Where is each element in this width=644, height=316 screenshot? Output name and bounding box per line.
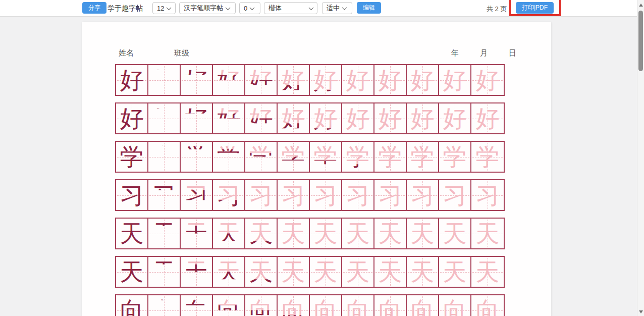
- stroke-progress-light: 向: [278, 295, 309, 316]
- chevron-down-icon: [226, 5, 231, 10]
- grid-cell: 好: [407, 65, 439, 95]
- density-select[interactable]: 适中: [322, 2, 352, 14]
- page-count: 共 2 页: [487, 5, 507, 14]
- grid-cell: 习: [439, 180, 471, 210]
- trace-character: 学: [407, 142, 438, 172]
- grid-cell: 天: [116, 257, 148, 287]
- model-character: 学: [116, 142, 147, 172]
- print-pdf-button[interactable]: 打印|PDF: [516, 2, 554, 14]
- grid-cell: 好: [407, 103, 439, 133]
- font-family-select[interactable]: 楷体: [264, 2, 317, 14]
- trace-character: 好: [439, 65, 470, 95]
- grid-cell: 习: [471, 180, 504, 210]
- grid-cell: 天: [439, 257, 471, 287]
- offset-value: 0: [244, 5, 247, 12]
- trace-character: 天: [407, 219, 438, 248]
- grid-cell: 好好: [278, 65, 310, 95]
- trace-character: 天: [278, 219, 309, 248]
- trace-character: 天: [439, 257, 470, 287]
- day-label: 日: [509, 48, 516, 58]
- sheet-type-select[interactable]: 汉字笔顺字帖: [179, 2, 236, 14]
- grid-cell: 学: [116, 142, 148, 172]
- vertical-scrollbar[interactable]: [637, 0, 644, 316]
- trace-character: 向: [407, 295, 438, 316]
- trace-character: 习: [439, 180, 470, 210]
- font-size-value: 12: [157, 5, 164, 12]
- trace-character: 天: [439, 219, 470, 248]
- model-character: 习: [116, 180, 147, 210]
- trace-character: 习: [374, 180, 406, 210]
- grid-cell: 好: [439, 65, 471, 95]
- trace-character: 学: [471, 142, 504, 172]
- trace-character: 习: [278, 180, 309, 210]
- trace-character: 天: [471, 257, 504, 287]
- trace-character: 习: [407, 180, 438, 210]
- model-character: 天: [116, 219, 147, 248]
- model-character: 好: [116, 65, 147, 95]
- grid-cell: 习: [374, 180, 407, 210]
- grid-cell: 天天: [181, 219, 213, 248]
- stroke-progress-light: 好: [181, 103, 212, 133]
- grid-cell: 好好: [181, 103, 213, 133]
- grid-cell: 向: [439, 295, 471, 316]
- stroke-progress-light: 学: [374, 142, 406, 172]
- class-label: 班级: [174, 48, 189, 58]
- grid-cell: 学学: [310, 142, 342, 172]
- trace-character: 好: [471, 65, 504, 95]
- grid-cell: 天: [407, 219, 439, 248]
- trace-character: 天: [278, 257, 309, 287]
- grid-cell: 学学: [278, 142, 310, 172]
- trace-character: 好: [374, 65, 406, 95]
- trace-character: 天: [471, 219, 504, 248]
- grid-cell: 天: [116, 219, 148, 248]
- month-label: 月: [480, 48, 488, 58]
- grid-cell: 天天: [213, 257, 245, 287]
- edit-button[interactable]: 编辑: [357, 2, 381, 14]
- grid-cell: 天天: [148, 219, 181, 248]
- grid-cell: 好好: [310, 103, 342, 133]
- trace-character: 好: [407, 65, 438, 95]
- grid-cell: 好: [471, 103, 504, 133]
- year-label: 年: [451, 48, 459, 58]
- font-size-select[interactable]: 12: [152, 2, 176, 14]
- density-value: 适中: [327, 4, 340, 13]
- trace-character: 好: [439, 103, 470, 133]
- font-family-value: 楷体: [269, 4, 282, 13]
- stroke-progress-light: 天: [181, 257, 212, 287]
- grid-cell: 好: [342, 103, 374, 133]
- current-stroke: 学: [148, 142, 180, 172]
- grid-cell: 天天: [181, 257, 213, 287]
- share-button[interactable]: 分享: [82, 2, 106, 14]
- grid-cell: 天: [342, 257, 374, 287]
- grid-cell: 天: [471, 257, 504, 287]
- offset-select[interactable]: 0: [239, 2, 260, 14]
- grid-cell: 天: [278, 219, 310, 248]
- grid-cell: 天: [342, 219, 374, 248]
- current-stroke: 天: [148, 257, 180, 287]
- grid-cell: 好好: [213, 65, 245, 95]
- grid-cell: 学学: [181, 142, 213, 172]
- grid-cell: 好: [374, 103, 407, 133]
- scroll-down-icon[interactable]: [639, 310, 643, 313]
- model-character: 好: [116, 103, 147, 133]
- grid-cell: 好: [116, 103, 148, 133]
- grid-cell: 学学: [148, 142, 181, 172]
- grid-cell: 向向: [278, 295, 310, 316]
- scrollbar-thumb[interactable]: [638, 11, 643, 71]
- trace-character: 向: [471, 295, 504, 316]
- grid-cell: 好: [439, 103, 471, 133]
- chevron-down-icon: [250, 5, 255, 10]
- grid-cell: 学: [439, 142, 471, 172]
- trace-character: 向: [374, 295, 406, 316]
- grid-cell: 学学: [213, 142, 245, 172]
- grid-cell: 习习: [148, 180, 181, 210]
- grid-cell: 学学: [245, 142, 278, 172]
- trace-character: 习: [310, 180, 341, 210]
- grid-cell: 好: [374, 65, 407, 95]
- scroll-up-icon[interactable]: [639, 4, 643, 7]
- worksheet-row: 学学学学学学学学学学学学学学学学学学学学: [115, 141, 505, 173]
- chevron-down-icon: [309, 5, 314, 10]
- grid-cell: 天: [471, 219, 504, 248]
- grid-cell: 好好: [213, 103, 245, 133]
- grid-cell: 向向: [213, 295, 245, 316]
